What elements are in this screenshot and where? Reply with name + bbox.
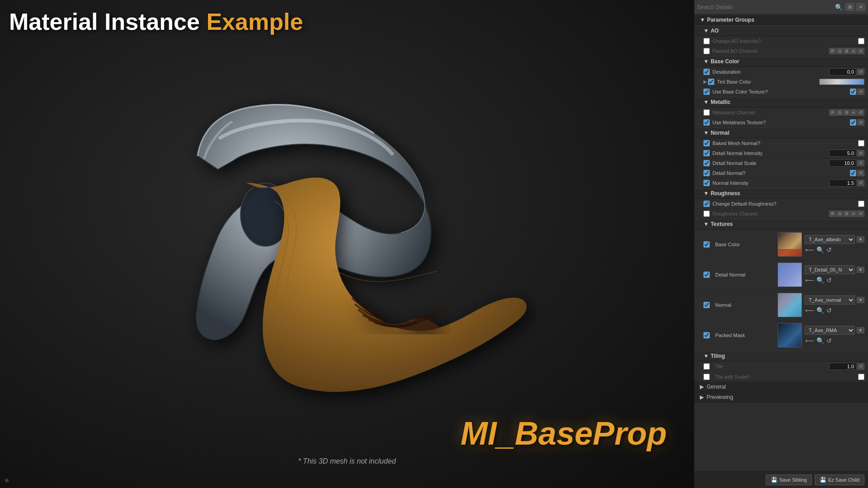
texture-normal-reset[interactable]: ↺ xyxy=(826,306,832,314)
texture-base-color-find[interactable]: 🔍 xyxy=(816,246,825,254)
detail-normal-intensity-reset[interactable]: ↺ xyxy=(857,150,864,156)
rough-r-btn[interactable]: R xyxy=(829,211,836,217)
texture-base-color-reset[interactable]: ↺ xyxy=(826,246,832,254)
tile-with-scale-checkbox[interactable] xyxy=(703,374,710,380)
save-sibling-button[interactable]: 💾 Save Sibling xyxy=(766,474,812,485)
save-sibling-icon: 💾 xyxy=(771,477,778,483)
roughness-channel-checkbox[interactable] xyxy=(703,211,710,217)
texture-base-color-browse[interactable]: ⟵ xyxy=(805,246,815,254)
metal-g-btn[interactable]: G xyxy=(836,109,843,116)
section-textures[interactable]: ▼ Textures xyxy=(694,219,868,230)
ao-a-btn[interactable]: A xyxy=(850,48,857,54)
tile-checkbox[interactable] xyxy=(703,363,710,370)
detail-normal-intensity-input[interactable] xyxy=(829,150,856,157)
texture-normal-checkbox[interactable] xyxy=(703,302,710,308)
use-metalness-texture-checkbox[interactable] xyxy=(703,119,710,126)
base-color-texture-reset[interactable]: ↺ xyxy=(857,89,864,95)
section-general[interactable]: ▶ General xyxy=(694,382,868,392)
metalness-texture-reset[interactable]: ↺ xyxy=(857,119,864,126)
texture-detail-normal-checkbox[interactable] xyxy=(703,272,710,278)
texture-packed-mask-reset[interactable]: ↺ xyxy=(826,337,832,345)
rough-reset-btn[interactable]: ↺ xyxy=(857,211,864,217)
section-metallic[interactable]: ▼ Metallic xyxy=(694,97,868,108)
desaturation-input[interactable] xyxy=(829,68,856,75)
section-base-color[interactable]: ▼ Base Color xyxy=(694,56,868,67)
detail-normal-scale-reset[interactable]: ↺ xyxy=(857,160,864,166)
detail-normal-checkbox[interactable] xyxy=(703,170,710,176)
metalness-channel-checkbox[interactable] xyxy=(703,109,710,116)
roughness-val-checkbox[interactable] xyxy=(858,201,864,207)
change-ao-intensity-checkbox[interactable] xyxy=(703,38,710,44)
panel-close-button[interactable]: ✕ xyxy=(856,3,865,11)
change-default-roughness-checkbox[interactable] xyxy=(703,201,710,207)
texture-normal-find[interactable]: 🔍 xyxy=(816,306,825,314)
tint-expand-arrow: ▶ xyxy=(703,79,707,84)
texture-detail-normal-dropdown[interactable]: T_Detail_05_N xyxy=(805,265,855,274)
tile-with-scale-val-checkbox[interactable] xyxy=(858,374,864,380)
ao-b-btn[interactable]: B xyxy=(844,48,850,54)
texture-thumb-base-color[interactable] xyxy=(778,232,802,257)
section-normal[interactable]: ▼ Normal xyxy=(694,127,868,138)
baked-mesh-normal-checkbox[interactable] xyxy=(703,140,710,146)
search-icon-button[interactable]: 🔍 xyxy=(834,3,844,12)
tile-with-scale-value xyxy=(858,374,864,380)
detail-normal-val-checkbox[interactable] xyxy=(850,170,856,176)
texture-thumb-normal[interactable] xyxy=(778,293,802,317)
desaturation-checkbox[interactable] xyxy=(703,69,710,75)
texture-normal-dropdown-arrow[interactable]: ▼ xyxy=(857,297,864,303)
texture-normal-dropdown[interactable]: T_Axe_normal xyxy=(805,296,855,305)
rough-g-btn[interactable]: G xyxy=(836,211,843,217)
params-scroll[interactable]: ▼ Parameter Groups ▼ AO Change AO Intens… xyxy=(694,14,868,471)
packed-ao-channel-checkbox[interactable] xyxy=(703,48,710,54)
panel-options-button[interactable]: ⊞ xyxy=(845,3,854,11)
texture-base-color-dropdown-arrow[interactable]: ▼ xyxy=(857,236,864,243)
detail-normal-scale-input[interactable] xyxy=(829,160,856,167)
normal-intensity-checkbox[interactable] xyxy=(703,180,710,186)
metal-reset-btn[interactable]: ↺ xyxy=(857,109,864,116)
tint-color-swatch[interactable] xyxy=(819,79,864,85)
texture-thumb-detail-normal[interactable] xyxy=(778,263,802,287)
section-previewing[interactable]: ▶ Previewing xyxy=(694,392,868,403)
texture-detail-normal-browse[interactable]: ⟵ xyxy=(805,276,815,284)
ao-g-btn[interactable]: G xyxy=(836,48,843,54)
texture-detail-normal-reset[interactable]: ↺ xyxy=(826,276,832,284)
tint-base-color-checkbox[interactable] xyxy=(708,79,714,85)
use-base-color-texture-checkbox[interactable] xyxy=(703,89,710,95)
rough-b-btn[interactable]: B xyxy=(844,211,850,217)
search-input[interactable] xyxy=(697,4,832,10)
tile-input[interactable] xyxy=(829,363,856,370)
metal-a-btn[interactable]: A xyxy=(850,109,857,116)
metal-b-btn[interactable]: B xyxy=(844,109,850,116)
section-tiling[interactable]: ▼ Tiling xyxy=(694,351,868,361)
baked-mesh-normal-val-checkbox[interactable] xyxy=(858,140,864,146)
tile-reset[interactable]: ↺ xyxy=(857,363,864,370)
texture-detail-normal-find[interactable]: 🔍 xyxy=(816,276,825,284)
metal-r-btn[interactable]: R xyxy=(829,109,836,116)
rough-a-btn[interactable]: A xyxy=(850,211,857,217)
section-parameter-groups[interactable]: ▼ Parameter Groups xyxy=(694,14,868,25)
texture-packed-mask-browse[interactable]: ⟵ xyxy=(805,337,815,345)
normal-intensity-reset[interactable]: ↺ xyxy=(857,180,864,186)
normal-intensity-input[interactable] xyxy=(829,179,856,187)
base-color-texture-checked[interactable] xyxy=(850,89,856,95)
ao-reset-btn[interactable]: ↺ xyxy=(857,48,864,54)
texture-normal-browse[interactable]: ⟵ xyxy=(805,306,815,314)
detail-normal-intensity-checkbox[interactable] xyxy=(703,150,710,156)
detail-normal-val-reset[interactable]: ↺ xyxy=(857,170,864,176)
detail-normal-scale-checkbox[interactable] xyxy=(703,160,710,166)
section-roughness[interactable]: ▼ Roughness xyxy=(694,188,868,199)
texture-base-color-dropdown[interactable]: T_Axe_albedo xyxy=(805,235,855,244)
texture-packed-mask-find[interactable]: 🔍 xyxy=(816,337,825,345)
texture-base-color-checkbox[interactable] xyxy=(703,241,710,248)
metalness-texture-checked[interactable] xyxy=(850,119,856,126)
section-ao[interactable]: ▼ AO xyxy=(694,25,868,36)
desaturation-reset-btn[interactable]: ↺ xyxy=(857,69,864,75)
texture-thumb-packed-mask[interactable] xyxy=(778,323,802,347)
save-child-button[interactable]: 💾 Ez Save Child xyxy=(815,474,864,485)
change-ao-intensity-value[interactable] xyxy=(858,38,864,44)
texture-packed-mask-checkbox[interactable] xyxy=(703,332,710,338)
texture-packed-mask-dropdown-arrow[interactable]: ▼ xyxy=(857,327,864,333)
ao-r-btn[interactable]: R xyxy=(829,48,836,54)
texture-packed-mask-dropdown[interactable]: T_Axe_RMA xyxy=(805,326,855,335)
texture-detail-normal-dropdown-arrow[interactable]: ▼ xyxy=(857,267,864,273)
